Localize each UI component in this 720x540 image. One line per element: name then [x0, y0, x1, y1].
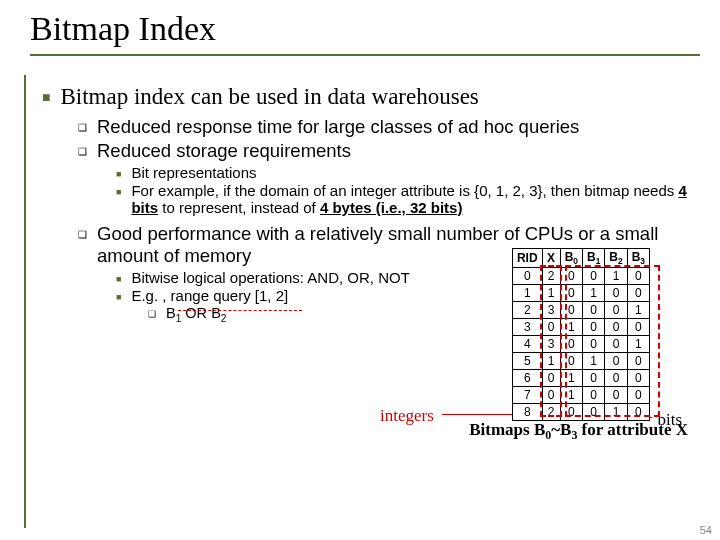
text-fragment: Bitmaps B — [469, 420, 545, 439]
table-cell: 0 — [582, 336, 604, 353]
table-cell: 0 — [542, 319, 560, 336]
text-fragment: for attribute X — [577, 420, 688, 439]
table-cell: 0 — [605, 387, 627, 404]
table-cell: 0 — [582, 370, 604, 387]
text-fragment: OR — [181, 305, 211, 321]
square-bullet-icon: ■ — [116, 274, 121, 286]
table-cell: 0 — [582, 319, 604, 336]
table-cell: 0 — [627, 387, 649, 404]
lvl3-text: Bit representations — [131, 164, 256, 181]
bitmap-table: RIDXB0B1B2B3 020010110100230001301000430… — [512, 248, 650, 421]
table-cell: 1 — [560, 370, 582, 387]
table-cell: 0 — [627, 319, 649, 336]
table-row: 301000 — [512, 319, 649, 336]
table-cell: 0 — [627, 285, 649, 302]
table-cell: 7 — [512, 387, 542, 404]
square-outline-icon: ❑ — [78, 146, 87, 162]
table-cell: 1 — [542, 353, 560, 370]
table-cell: 1 — [627, 302, 649, 319]
text-fragment: 4 bytes (i.e., 32 bits) — [320, 199, 463, 216]
table-cell: 1 — [560, 319, 582, 336]
table-cell: 1 — [542, 285, 560, 302]
subscript: 2 — [221, 313, 227, 324]
table-cell: 0 — [560, 285, 582, 302]
table-cell: 1 — [560, 387, 582, 404]
table-cell: 0 — [605, 353, 627, 370]
table-row: 430001 — [512, 336, 649, 353]
table-cell: 0 — [582, 404, 604, 421]
table-caption: Bitmaps B0~B3 for attribute X — [469, 420, 688, 443]
table-cell: 0 — [627, 370, 649, 387]
bitmap-table-wrap: RIDXB0B1B2B3 020010110100230001301000430… — [512, 248, 650, 421]
square-bullet-icon: ■ — [116, 169, 121, 181]
table-header: B1 — [582, 249, 604, 268]
bullet-lvl1: ■ Bitmap index can be used in data wareh… — [42, 84, 700, 110]
table-header: B3 — [627, 249, 649, 268]
table-cell: 3 — [512, 319, 542, 336]
table-cell: 0 — [542, 387, 560, 404]
square-outline-icon: ❑ — [148, 309, 156, 324]
table-row: 230001 — [512, 302, 649, 319]
table-cell: 0 — [605, 285, 627, 302]
lvl3-text: Bitwise logical operations: AND, OR, NOT — [131, 269, 409, 286]
accent-bar — [24, 75, 26, 528]
table-cell: 1 — [582, 353, 604, 370]
table-cell: 1 — [627, 336, 649, 353]
lvl4-text: B1 OR B2 — [166, 305, 226, 324]
lvl2-text: Reduced response time for large classes … — [97, 116, 579, 138]
table-row: 020010 — [512, 268, 649, 285]
table-cell: 3 — [542, 302, 560, 319]
table-cell: 0 — [582, 268, 604, 285]
table-cell: 6 — [512, 370, 542, 387]
table-cell: 0 — [627, 353, 649, 370]
lvl2-text: Reduced storage requirements — [97, 140, 351, 162]
lvl3-text: E.g. , range query [1, 2] — [131, 287, 288, 304]
table-cell: 0 — [627, 268, 649, 285]
table-cell: 0 — [605, 370, 627, 387]
bullet-lvl2: ❑ Reduced response time for large classe… — [78, 116, 700, 138]
table-cell: 0 — [560, 268, 582, 285]
table-cell: 0 — [605, 319, 627, 336]
table-header: B2 — [605, 249, 627, 268]
label-integers: integers — [380, 406, 434, 426]
table-row: 110100 — [512, 285, 649, 302]
square-outline-icon: ❑ — [78, 229, 87, 267]
table-row: 601000 — [512, 370, 649, 387]
text-fragment: ~B — [551, 420, 571, 439]
square-outline-icon: ❑ — [78, 122, 87, 138]
bullet-lvl2: ❑ Reduced storage requirements — [78, 140, 700, 162]
table-cell: 1 — [512, 285, 542, 302]
table-cell: 4 — [512, 336, 542, 353]
table-row: 510100 — [512, 353, 649, 370]
table-cell: 0 — [582, 387, 604, 404]
table-header: X — [542, 249, 560, 268]
page-number: 54 — [700, 524, 712, 536]
table-cell: 2 — [542, 404, 560, 421]
lvl1-text: Bitmap index can be used in data warehou… — [60, 84, 478, 110]
table-cell: 0 — [542, 370, 560, 387]
table-cell: 0 — [605, 302, 627, 319]
text-fragment: to represent, instead of — [158, 199, 320, 216]
table-cell: 0 — [560, 302, 582, 319]
text-fragment: B — [166, 305, 176, 321]
bullet-lvl3: ■ Bit representations — [116, 164, 700, 181]
table-cell: 2 — [512, 302, 542, 319]
table-header: B0 — [560, 249, 582, 268]
table-cell: 0 — [512, 268, 542, 285]
bullet-lvl3: ■ For example, if the domain of an integ… — [116, 182, 700, 216]
square-bullet-icon: ■ — [42, 90, 50, 110]
table-cell: 2 — [542, 268, 560, 285]
table-cell: 0 — [582, 302, 604, 319]
table-cell: 8 — [512, 404, 542, 421]
text-fragment: B — [211, 305, 221, 321]
table-cell: 3 — [542, 336, 560, 353]
table-cell: 1 — [605, 404, 627, 421]
table-cell: 0 — [627, 404, 649, 421]
table-cell: 0 — [605, 336, 627, 353]
square-bullet-icon: ■ — [116, 292, 121, 304]
table-row: 701000 — [512, 387, 649, 404]
table-cell: 5 — [512, 353, 542, 370]
table-cell: 1 — [582, 285, 604, 302]
lvl3-text: For example, if the domain of an integer… — [131, 182, 700, 216]
page-title: Bitmap Index — [30, 10, 700, 56]
